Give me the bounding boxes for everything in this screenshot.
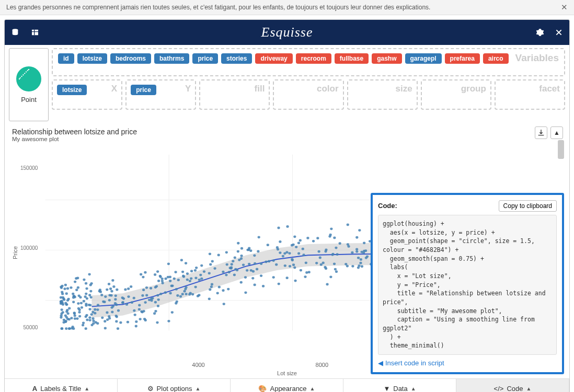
svg-point-141	[127, 287, 130, 290]
svg-point-406	[365, 257, 368, 259]
collapse-plot-button[interactable]: ▲	[550, 126, 563, 139]
config-row: Point Variables idlotsizebedroomsbathrms…	[5, 45, 569, 123]
svg-point-521	[150, 287, 152, 290]
dropzone-facet[interactable]: facet	[495, 79, 565, 110]
variable-pill-bedrooms[interactable]: bedrooms	[110, 53, 151, 64]
variable-pill-recroom[interactable]: recroom	[296, 53, 331, 64]
svg-point-505	[144, 301, 147, 304]
database-icon[interactable]	[11, 28, 19, 37]
svg-point-183	[175, 288, 178, 291]
copy-to-clipboard-button[interactable]: Copy to clipboard	[499, 200, 557, 212]
svg-point-200	[85, 293, 88, 295]
svg-point-344	[275, 263, 278, 266]
svg-point-218	[101, 294, 104, 296]
svg-point-50	[222, 289, 225, 292]
variable-pill-gashw[interactable]: gashw	[372, 53, 401, 64]
tab-appearance[interactable]: 🎨 Appearance ▲	[231, 379, 343, 392]
svg-point-490	[105, 295, 107, 298]
svg-point-148	[104, 301, 106, 303]
svg-point-395	[140, 273, 142, 276]
svg-point-17	[357, 257, 360, 259]
svg-point-531	[198, 294, 201, 296]
svg-point-254	[68, 327, 71, 330]
svg-point-424	[108, 299, 111, 302]
svg-point-523	[186, 279, 189, 281]
svg-point-303	[315, 262, 318, 264]
svg-point-466	[362, 251, 365, 254]
svg-point-379	[294, 280, 297, 282]
svg-point-55	[76, 317, 79, 320]
svg-point-130	[112, 279, 114, 282]
close-icon[interactable]	[555, 28, 563, 37]
svg-point-445	[116, 320, 118, 323]
svg-point-485	[108, 317, 111, 320]
code-block[interactable]: ggplot(housing) + aes(x = lotsize, y = p…	[378, 215, 557, 355]
variable-pill-stories[interactable]: stories	[221, 53, 252, 64]
geom-selector[interactable]: Point	[9, 48, 49, 121]
plot-scrollbar[interactable]	[558, 140, 564, 159]
variable-pill-garagepl[interactable]: garagepl	[405, 53, 442, 64]
svg-point-491	[286, 276, 289, 279]
dropzone-color[interactable]: color	[273, 79, 343, 110]
svg-point-105	[222, 271, 225, 273]
variable-pill-lotsize[interactable]: lotsize	[77, 53, 107, 64]
svg-point-405	[151, 299, 153, 302]
svg-point-239	[142, 294, 144, 297]
svg-point-408	[68, 307, 71, 310]
svg-point-133	[333, 262, 336, 265]
dropzone-x[interactable]: X lotsize	[52, 79, 122, 110]
variables-pool[interactable]: Variables idlotsizebedroomsbathrmsprices…	[52, 48, 565, 76]
svg-point-64	[116, 289, 119, 291]
variable-pill-prefarea[interactable]: prefarea	[445, 53, 480, 64]
download-plot-button[interactable]	[535, 126, 547, 139]
x-mapping-pill[interactable]: lotsize	[57, 85, 87, 95]
tab-code[interactable]: </> Code ▲	[456, 379, 569, 392]
variable-pill-price[interactable]: price	[192, 53, 218, 64]
svg-point-503	[89, 316, 91, 319]
dropzone-size[interactable]: size	[347, 79, 418, 110]
svg-point-18	[75, 289, 78, 291]
code-icon: </>	[494, 385, 504, 392]
dropzone-group[interactable]: group	[421, 79, 491, 110]
svg-point-70	[260, 274, 262, 277]
svg-point-181	[133, 309, 136, 312]
filter-icon: ▼	[383, 385, 390, 392]
y-mapping-pill[interactable]: price	[131, 85, 156, 95]
insert-code-link[interactable]: ◀ Insert code in script	[378, 359, 557, 367]
svg-point-399	[73, 327, 75, 330]
svg-point-168	[234, 257, 236, 259]
tab-labels-title[interactable]: A Labels & Title ▲	[5, 379, 118, 392]
tab-plot-options[interactable]: ⚙ Plot options ▲	[118, 379, 231, 392]
svg-point-269	[242, 263, 245, 266]
dropzone-y[interactable]: Y price	[125, 79, 196, 110]
svg-point-400	[74, 296, 76, 298]
gear-icon[interactable]	[536, 28, 544, 37]
variable-pill-bathrms[interactable]: bathrms	[154, 53, 189, 64]
svg-point-298	[89, 308, 91, 310]
svg-point-451	[237, 242, 240, 245]
svg-point-516	[88, 273, 91, 275]
variable-pill-driveway[interactable]: driveway	[255, 53, 292, 64]
svg-point-473	[97, 304, 99, 306]
svg-point-39	[125, 303, 128, 306]
variable-pill-id[interactable]: id	[58, 53, 74, 64]
variable-pill-airco[interactable]: airco	[483, 53, 509, 64]
svg-point-23	[294, 267, 296, 269]
table-icon[interactable]	[31, 28, 39, 37]
svg-point-388	[236, 269, 238, 271]
close-icon[interactable]: ✕	[561, 3, 568, 12]
tab-data[interactable]: ▼ Data ▲	[343, 379, 456, 392]
svg-point-328	[332, 253, 335, 256]
svg-point-343	[325, 249, 328, 251]
svg-point-394	[155, 310, 157, 313]
svg-point-518	[356, 250, 359, 253]
svg-point-140	[240, 255, 243, 257]
svg-point-281	[114, 294, 117, 297]
svg-point-484	[346, 265, 349, 268]
variable-pill-fullbase[interactable]: fullbase	[335, 53, 369, 64]
svg-point-101	[317, 237, 319, 239]
svg-point-302	[248, 263, 250, 266]
dropzone-fill[interactable]: fill	[199, 79, 270, 110]
svg-point-240	[267, 244, 269, 246]
svg-point-78	[142, 276, 145, 279]
